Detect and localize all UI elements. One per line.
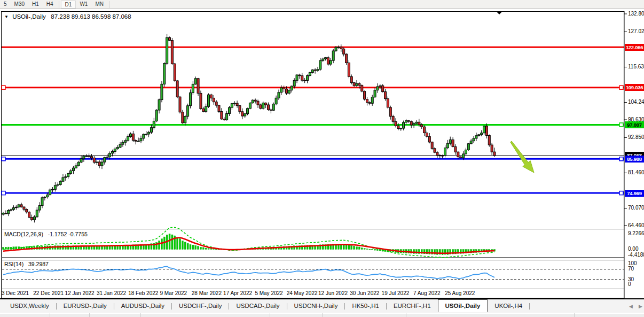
candle-body [265, 103, 267, 105]
candle-body [382, 86, 384, 91]
candle-body [340, 47, 342, 49]
hline-handle[interactable] [2, 157, 5, 161]
candle-body [247, 109, 249, 114]
candle-body [231, 104, 233, 107]
chart-shift-icon[interactable] [497, 12, 502, 14]
macd-histogram-bar [354, 246, 355, 249]
candle-body [54, 185, 56, 189]
candle-body [311, 70, 313, 73]
candle-body [272, 104, 274, 111]
hline-handle[interactable] [2, 191, 5, 195]
date-label: 28 Mar 2022 [192, 290, 222, 296]
macd-histogram-bar [356, 246, 358, 249]
candle-body [332, 51, 334, 60]
candle-body [5, 213, 7, 214]
symbol-tab-hk50[interactable]: HK50-,H1 [345, 300, 386, 312]
candle-body [70, 171, 72, 173]
macd-histogram-bar [182, 241, 183, 249]
candle-body [299, 75, 301, 76]
status-bar-divider [270, 313, 270, 317]
macd-histogram-bar [192, 245, 194, 249]
hline-handle[interactable] [619, 86, 623, 89]
candle-body [111, 151, 113, 153]
candle-body [371, 97, 373, 104]
symbol-tab-eurchf[interactable]: EURCHF-,H1 [387, 300, 438, 312]
candle-body [228, 107, 230, 113]
price-tick-label: 70.070 [628, 205, 644, 211]
candle-body [98, 162, 100, 166]
symbol-tab-audusd[interactable]: AUDUSD-,Daily [114, 300, 171, 312]
status-bar-divider [140, 313, 141, 317]
candle-body [150, 128, 152, 133]
candle-body [218, 105, 220, 112]
symbol-tab-usdcnh[interactable]: USDCNH-,Daily [287, 300, 345, 312]
candle-body [296, 75, 298, 80]
candle-body [122, 142, 124, 144]
candle-body [329, 60, 332, 64]
candle-body [148, 132, 150, 134]
symbol-tab-eurusd[interactable]: EURUSD-,Daily [57, 300, 114, 312]
candle-body [236, 103, 238, 105]
candle-body [226, 113, 228, 120]
hline-handle[interactable] [619, 123, 623, 127]
candle-body [254, 100, 256, 101]
hline-handle[interactable] [619, 191, 623, 195]
macd-signal-line [3, 238, 494, 253]
candle-body [163, 64, 166, 84]
candle-body [325, 58, 327, 59]
candle-body [319, 60, 321, 69]
candle-body [205, 106, 207, 111]
candle-body [114, 149, 116, 152]
candle-body [317, 69, 319, 71]
candle-body [158, 100, 160, 110]
macd-histogram-bar [195, 245, 197, 249]
symbol-tab-ukoil[interactable]: UKOil-,H4 [488, 300, 529, 312]
price-tick-label: 64.460 [628, 222, 644, 228]
macd-histogram-bar [179, 239, 181, 250]
price-line-label-109.036: 109.036 [625, 84, 644, 91]
candle-body [80, 159, 82, 162]
candle-body [376, 87, 379, 90]
tab-scroll-left-icon[interactable]: ◀ [629, 304, 633, 309]
candle-body [293, 80, 295, 86]
candle-body [395, 121, 397, 126]
candle-body [307, 75, 309, 80]
candle-body [249, 103, 251, 109]
candle-body [439, 155, 441, 156]
candle-body [478, 135, 480, 136]
tab-scroll-right-icon[interactable]: ▶ [639, 304, 642, 309]
candle-body [67, 173, 69, 176]
candle-body [72, 168, 74, 171]
trend-arrow-annotation[interactable] [511, 141, 534, 173]
symbol-tab-usdx[interactable]: USDX,Weekly [3, 300, 56, 312]
candle-body [213, 98, 215, 102]
rsi-axis-label: 70 [628, 266, 634, 272]
candle-body [428, 136, 430, 142]
candle-body [91, 157, 93, 158]
status-bar-divider [406, 313, 406, 317]
candle-body [75, 166, 77, 168]
price-tick-label: 132.800 [628, 11, 644, 17]
candle-body [88, 156, 90, 157]
chart-canvas [0, 0, 644, 317]
candle-body [10, 210, 12, 211]
status-bar-divider [322, 313, 323, 317]
candle-body [166, 37, 168, 63]
symbol-tab-usdchf[interactable]: USDCHF-,Daily [172, 300, 229, 312]
hline-handle[interactable] [619, 157, 623, 161]
candle-body [452, 140, 454, 146]
candle-body [481, 133, 483, 135]
candle-body [124, 141, 127, 142]
hline-handle[interactable] [2, 86, 5, 89]
candle-body [51, 189, 53, 190]
symbol-tab-usoil[interactable]: USOil-,Daily [438, 299, 488, 312]
symbol-tab-usdcad[interactable]: USDCAD-,Daily [229, 300, 286, 312]
candle-body [485, 126, 488, 136]
macd-histogram-bar [190, 244, 191, 249]
candle-body [275, 98, 277, 104]
candle-body [491, 145, 493, 152]
candle-body [210, 95, 212, 98]
candle-body [397, 126, 399, 128]
date-label: 19 Jul 2022 [382, 290, 410, 296]
candle-body [423, 127, 426, 133]
